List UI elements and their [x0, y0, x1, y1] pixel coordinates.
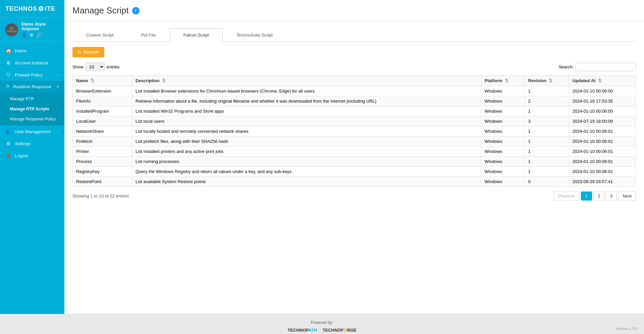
gear-icon: ⚙	[38, 5, 44, 13]
sidebar-item-manage-rtr[interactable]: Manage RTR	[0, 94, 64, 104]
sidebar-item-firewall-policy[interactable]: 🛡 Firewall Policy ›	[0, 69, 64, 81]
show-label: Show	[72, 64, 84, 69]
cell-platform: Windows	[481, 136, 525, 147]
footer: Powered by: TECHNOPATH Solutions Inc. TE…	[0, 314, 644, 334]
cell-platform: Windows	[481, 126, 525, 136]
users-icon: 👥	[5, 129, 11, 134]
sidebar-item-account-instance[interactable]: 🖥 Account Instance	[0, 57, 64, 69]
sidebar-item-user-management[interactable]: 👥 User Management ›	[0, 125, 64, 137]
cell-name: InstalledProgram	[73, 106, 132, 116]
sidebar-item-home[interactable]: 🏠 Home	[0, 45, 64, 57]
cell-revision: 2	[525, 96, 569, 106]
table-row: NetworkShareList locally hosted and remo…	[73, 126, 636, 136]
page-1-button[interactable]: 1	[581, 191, 592, 201]
cell-revision: 1	[525, 147, 569, 157]
avatar: NO PHOTO	[5, 23, 18, 36]
search-label: Search:	[558, 64, 574, 69]
cell-revision: 1	[525, 167, 569, 177]
cell-revision: 1	[525, 86, 569, 96]
sidebar-item-label: Logout	[15, 153, 28, 158]
sidebar-item-label: Settings	[15, 141, 31, 146]
info-icon[interactable]: i	[132, 7, 140, 14]
page-3-button[interactable]: 3	[606, 191, 617, 201]
cell-description: List installed printers and any active p…	[132, 147, 481, 157]
cell-updated_at: 2024-01-10 00:06:00	[569, 106, 636, 116]
col-description: Description ⇅	[132, 75, 481, 86]
cell-description: Query the Windows Registry and return al…	[132, 167, 481, 177]
cell-updated_at: 2024-01-10 00:06:01	[569, 167, 636, 177]
refresh-icon: ↻	[78, 50, 82, 55]
cell-revision: 1	[525, 157, 569, 167]
sidebar-user-section: NO PHOTO Elaine Joyce Ampunin 👤 ⚙ 🔗	[0, 18, 64, 42]
scripts-table: Name ⇅ Description ⇅ Platform ⇅ Revisi	[72, 75, 636, 187]
chevron-right-icon2: ›	[58, 129, 59, 133]
tab-put-file[interactable]: Put File	[127, 28, 170, 42]
user-icon[interactable]: 👤	[21, 33, 27, 38]
sidebar: TECHNOS⚙ITE NO PHOTO Elaine Joyce Ampuni…	[0, 0, 64, 314]
chevron-right-icon: ›	[58, 73, 59, 77]
user-info: Elaine Joyce Ampunin 👤 ⚙ 🔗	[21, 22, 59, 38]
main-content-area: Manage Script i Custom Script Put File F…	[64, 0, 644, 314]
prev-button[interactable]: Previous	[554, 191, 580, 201]
cell-updated_at: 2024-01-10 00:06:01	[569, 147, 636, 157]
pagination-info: Showing 1 to 10 of 22 entries	[72, 193, 129, 199]
cell-platform: Windows	[481, 177, 525, 187]
sidebar-item-settings[interactable]: ⚙ Settings	[0, 137, 64, 150]
submenu-label: Manage RTR	[10, 97, 34, 101]
cell-name: Prefetch	[73, 136, 132, 147]
version-label: Version 1.5.0	[616, 327, 637, 331]
powered-by-label: Powered by:	[6, 320, 638, 325]
cell-platform: Windows	[481, 157, 525, 167]
nav-parent-left: ⏱ Realtime Response	[5, 84, 51, 89]
sort-icon-desc[interactable]: ⇅	[162, 78, 166, 83]
sidebar-nav: 🏠 Home 🖥 Account Instance 🛡 Firewall Pol…	[0, 42, 64, 314]
settings-icon[interactable]: ⚙	[30, 33, 34, 38]
submenu-label: Manage Response Policy	[10, 117, 56, 121]
sort-icon-platform[interactable]: ⇅	[505, 78, 508, 83]
shield-icon: 🛡	[5, 72, 11, 77]
tab-falcon-script[interactable]: Falcon Script	[170, 28, 223, 42]
cell-updated_at: 2024-07-19 18:00:09	[569, 116, 636, 126]
cell-updated_at: 2024-01-16 17:53:35	[569, 96, 636, 106]
cell-revision: 1	[525, 126, 569, 136]
refresh-button[interactable]: ↻ Refresh	[72, 47, 104, 57]
cell-description: Retrieve information about a file, inclu…	[132, 96, 481, 106]
share-icon[interactable]: 🔗	[36, 33, 42, 38]
chevron-down-icon: ∨	[56, 85, 59, 89]
col-name: Name ⇅	[73, 75, 132, 86]
sidebar-item-manage-response-policy[interactable]: Manage Response Policy	[0, 114, 64, 124]
logo-text2: ITE	[45, 5, 55, 12]
page-header: Manage Script i	[64, 0, 644, 21]
cell-description: List available System Restore points	[132, 177, 481, 187]
table-row: RestorePointList available System Restor…	[73, 177, 636, 187]
cell-platform: Windows	[481, 116, 525, 126]
tab-custom-script[interactable]: Custom Script	[72, 28, 127, 42]
cell-revision: 1	[525, 106, 569, 116]
cell-platform: Windows	[481, 167, 525, 177]
sort-icon-name[interactable]: ⇅	[91, 78, 94, 83]
table-controls: Show 10 25 50 100 entries Search:	[72, 63, 636, 71]
cell-updated_at: 2024-01-10 00:06:01	[569, 136, 636, 147]
cell-revision: 0	[525, 177, 569, 187]
sidebar-item-manage-rtr-scripts[interactable]: Manage RTR Scripts	[0, 104, 64, 114]
cell-platform: Windows	[481, 106, 525, 116]
search-input[interactable]	[576, 63, 636, 71]
sidebar-item-logout[interactable]: 🚪 Logout	[0, 150, 64, 162]
tab-technosuite-script[interactable]: TechnoSuite Script	[223, 28, 286, 42]
cell-updated_at: 2024-01-10 00:06:01	[569, 126, 636, 136]
user-action-icons: 👤 ⚙ 🔗	[21, 33, 59, 38]
cell-name: LocalUser	[73, 116, 132, 126]
next-button[interactable]: Next	[618, 191, 636, 201]
cell-name: RegistryKey	[73, 167, 132, 177]
sort-icon-updated[interactable]: ⇅	[598, 78, 602, 83]
cell-platform: Windows	[481, 86, 525, 96]
cell-updated_at: 2024-01-10 00:06:01	[569, 157, 636, 167]
sort-icon-revision[interactable]: ⇅	[549, 78, 552, 83]
col-updated-at: Updated At ⇅	[569, 75, 636, 86]
entries-select[interactable]: 10 25 50 100	[86, 63, 105, 71]
table-row: RegistryKeyQuery the Windows Registry an…	[73, 167, 636, 177]
page-2-button[interactable]: 2	[593, 191, 604, 201]
pagination-controls: Previous 1 2 3 Next	[554, 191, 636, 201]
sidebar-item-realtime-response[interactable]: ⏱ Realtime Response ∨	[0, 81, 64, 93]
monitor-icon: 🖥	[5, 60, 11, 65]
